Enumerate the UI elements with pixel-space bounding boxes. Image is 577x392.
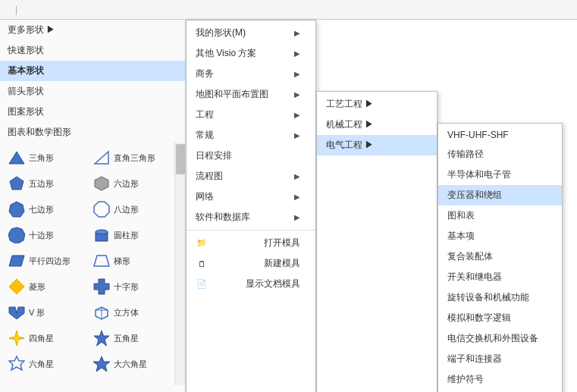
shape-cell-trapezoid[interactable]: 梯形 bbox=[88, 249, 171, 273]
shape-icon-cube bbox=[93, 303, 111, 321]
menu3-item-switch-relay[interactable]: 开关和继电器 bbox=[438, 267, 562, 287]
svg-marker-2 bbox=[10, 177, 24, 190]
shape-icon-vshape bbox=[8, 303, 26, 321]
arrow-icon: ▶ bbox=[294, 29, 300, 37]
menu3-item-terminal[interactable]: 端子和连接器 bbox=[438, 349, 562, 369]
shape-cell-star4[interactable]: 四角星 bbox=[3, 326, 86, 350]
menu1-item-my-shapes[interactable]: 我的形状(M)▶ bbox=[187, 23, 315, 43]
sidebar-item-arrow-shapes[interactable]: 箭头形状 bbox=[0, 81, 185, 102]
arrow-icon: ▶ bbox=[294, 172, 300, 180]
shape-label-vshape: V 形 bbox=[29, 307, 45, 318]
svg-marker-10 bbox=[94, 256, 109, 266]
shape-cell-cylinder[interactable]: 圆柱形 bbox=[88, 223, 171, 247]
arrow-icon: ▶ bbox=[294, 131, 300, 140]
shape-label-star6: 六角星 bbox=[29, 359, 54, 370]
menu1-action-show-doc[interactable]: 📄显示文档模具 bbox=[187, 274, 315, 294]
sidebar-item-basic-shapes[interactable]: 基本形状 bbox=[0, 61, 185, 81]
menu3-item-vhf[interactable]: VHF-UHF-SHF bbox=[438, 126, 562, 144]
shape-cell-hexagon[interactable]: 六边形 bbox=[88, 171, 171, 196]
shape-icon-pentagon bbox=[8, 174, 26, 193]
menu1-item-flowchart[interactable]: 流程图▶ bbox=[187, 166, 315, 187]
shape-cell-triangle[interactable]: 三角形 bbox=[3, 146, 86, 170]
menu2-item-process-eng[interactable]: 工艺工程 ▶ bbox=[317, 94, 437, 114]
shape-icon-parallelogram bbox=[8, 252, 26, 270]
shape-cell-parallelogram[interactable]: 平行四边形 bbox=[3, 249, 86, 273]
menu3-item-telecom[interactable]: 电信交换机和外围设备 bbox=[438, 328, 562, 349]
shape-cell-bigstar6[interactable]: 大六角星 bbox=[88, 352, 171, 376]
shape-icon-star5 bbox=[93, 329, 111, 347]
menu-panel-2: 工艺工程 ▶机械工程 ▶电气工程 ▶ bbox=[316, 91, 437, 392]
menu1-action-open-stencil[interactable]: 📁打开模具 bbox=[187, 233, 315, 253]
svg-marker-11 bbox=[9, 279, 24, 294]
sidebar-item-more-shapes[interactable]: 更多形状 ▶ bbox=[0, 20, 185, 40]
menu3-item-transformer[interactable]: 变压器和绕组 bbox=[438, 185, 562, 205]
shape-cell-vshape[interactable]: V 形 bbox=[3, 300, 86, 325]
shape-label-triangle: 三角形 bbox=[29, 152, 54, 164]
svg-marker-9 bbox=[9, 256, 24, 266]
menu1-item-software[interactable]: 软件和数据库▶ bbox=[187, 207, 315, 227]
shape-icon-star6 bbox=[8, 355, 26, 373]
shape-cell-diamond[interactable]: 菱形 bbox=[3, 274, 86, 299]
menu1-item-business[interactable]: 商务▶ bbox=[187, 64, 315, 84]
svg-marker-17 bbox=[9, 331, 24, 346]
svg-marker-3 bbox=[95, 177, 108, 190]
svg-marker-1 bbox=[95, 152, 108, 164]
svg-marker-4 bbox=[9, 202, 24, 217]
arrow-icon: ▶ bbox=[294, 111, 300, 119]
shape-label-trapezoid: 梯形 bbox=[114, 256, 130, 267]
shape-cell-cube[interactable]: 立方体 bbox=[88, 300, 171, 325]
menu3-item-trans-path[interactable]: 传输路径 bbox=[438, 144, 562, 165]
menu1-item-other-visio[interactable]: 其他 Visio 方案▶ bbox=[187, 43, 315, 64]
menu3-item-chart-table[interactable]: 图和表 bbox=[438, 205, 562, 226]
svg-marker-6 bbox=[8, 227, 25, 243]
sidebar: 更多形状 ▶快速形状基本形状箭头形状图案形状图表和数学图形 三角形直角三角形五边… bbox=[0, 20, 186, 392]
svg-marker-5 bbox=[94, 202, 109, 217]
shape-label-bigstar6: 大六角星 bbox=[114, 359, 147, 370]
shape-icon-bigstar6 bbox=[93, 355, 111, 373]
menu3-item-rotation[interactable]: 旋转设备和机械功能 bbox=[438, 287, 562, 308]
folder-icon: 📁 bbox=[196, 238, 208, 248]
menu1-item-engineering[interactable]: 工程▶ bbox=[187, 105, 315, 125]
shape-icon-cross bbox=[93, 278, 111, 296]
shape-icon-decagon bbox=[8, 226, 26, 244]
shape-label-right-triangle: 直角三角形 bbox=[114, 152, 155, 164]
shape-label-octagon: 八边形 bbox=[114, 204, 139, 215]
shape-cell-star6[interactable]: 六角星 bbox=[3, 352, 86, 376]
svg-marker-20 bbox=[93, 356, 110, 372]
menu2-item-elec-eng[interactable]: 电气工程 ▶ bbox=[317, 135, 437, 155]
menu3-item-compound[interactable]: 复合装配体 bbox=[438, 246, 562, 267]
shape-label-cube: 立方体 bbox=[114, 307, 139, 318]
shape-cell-octagon[interactable]: 八边形 bbox=[88, 197, 171, 221]
menu1-item-general[interactable]: 常规▶ bbox=[187, 125, 315, 146]
menu1-item-maps[interactable]: 地图和平面布置图▶ bbox=[187, 84, 315, 105]
shape-cell-decagon[interactable]: 十边形 bbox=[3, 223, 86, 247]
shape-label-star4: 四角星 bbox=[29, 333, 54, 344]
sidebar-item-quick-shapes[interactable]: 快速形状 bbox=[0, 40, 185, 61]
shape-label-parallelogram: 平行四边形 bbox=[29, 256, 71, 267]
shape-cell-right-triangle[interactable]: 直角三角形 bbox=[88, 146, 171, 170]
menu3-item-analog-digital[interactable]: 模拟和数字逻辑 bbox=[438, 308, 562, 328]
doc-icon: 📄 bbox=[196, 279, 208, 289]
shape-icon-diamond bbox=[8, 278, 26, 296]
shape-label-diamond: 菱形 bbox=[29, 281, 45, 293]
menu3-item-basic-item[interactable]: 基本项 bbox=[438, 226, 562, 246]
sidebar-item-chart-math[interactable]: 图表和数学图形 bbox=[0, 122, 185, 143]
sidebar-item-pattern-shapes[interactable]: 图案形状 bbox=[0, 102, 185, 122]
shape-icon-hexagon bbox=[93, 174, 111, 193]
shape-cell-cross[interactable]: 十字形 bbox=[88, 274, 171, 299]
menu1-action-new-stencil[interactable]: 🗒新建模具 bbox=[187, 253, 315, 274]
menu1-item-network[interactable]: 网络▶ bbox=[187, 187, 315, 207]
menu-panel-1: 我的形状(M)▶其他 Visio 方案▶商务▶地图和平面布置图▶工程▶常规▶日程… bbox=[186, 20, 316, 392]
arrow-icon: ▶ bbox=[294, 70, 300, 78]
menu3-item-maintenance[interactable]: 维护符号 bbox=[438, 369, 562, 390]
shape-icon-right-triangle bbox=[93, 149, 111, 167]
menu2-item-mech-eng[interactable]: 机械工程 ▶ bbox=[317, 114, 437, 135]
shape-cell-star5[interactable]: 五角星 bbox=[88, 326, 171, 350]
shape-cell-pentagon[interactable]: 五边形 bbox=[3, 171, 86, 196]
shape-cell-heptagon[interactable]: 七边形 bbox=[3, 197, 86, 221]
svg-marker-19 bbox=[9, 356, 24, 370]
svg-marker-18 bbox=[94, 331, 109, 346]
shape-label-cross: 十字形 bbox=[114, 281, 139, 293]
menu3-item-semiconductor[interactable]: 半导体和电子管 bbox=[438, 165, 562, 185]
menu1-item-schedule[interactable]: 日程安排 bbox=[187, 146, 315, 166]
